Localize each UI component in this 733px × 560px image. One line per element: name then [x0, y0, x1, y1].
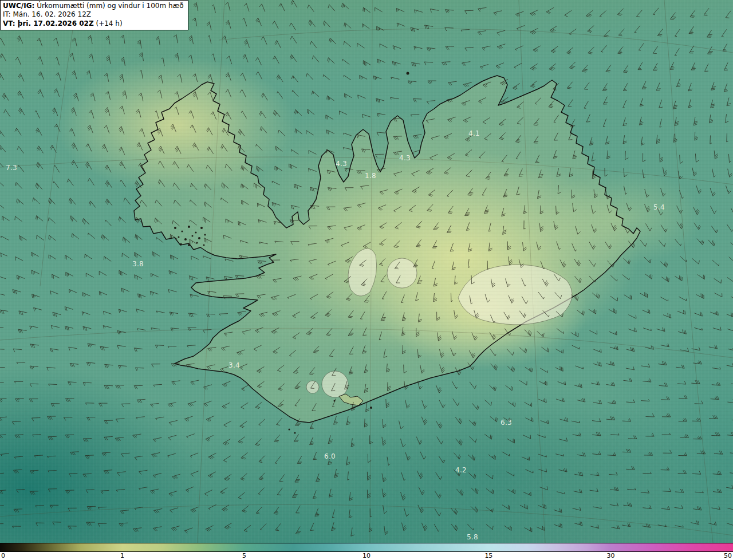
colorbar-tick-50: 50	[724, 552, 732, 559]
title-line-valid: VT: þri. 17.02.2026 02Z (+14 h)	[3, 19, 184, 28]
map-overlay	[0, 0, 733, 543]
model-text: Úrkomumætti (mm) og vindur i 100m hæð	[37, 2, 184, 10]
colorbar: 01510153050	[0, 543, 733, 560]
precip-value-label: 3.8	[132, 260, 144, 268]
precip-value-label: 7.3	[6, 164, 17, 172]
weather-map: 7.34.14.34.31.85.43.83.46.36.04.25.8 UWC…	[0, 0, 733, 560]
colorbar-tick-5: 5	[242, 552, 246, 559]
precip-value-label: 6.3	[501, 419, 512, 427]
valid-label: VT: þri. 17.02.2026 02Z	[3, 19, 94, 27]
title-line-model: UWC/IG: Úrkomumætti (mm) og vindur i 100…	[3, 2, 184, 10]
colorbar-ticks: 01510153050	[0, 552, 733, 560]
model-label: UWC/IG:	[3, 2, 34, 10]
precip-value-label: 6.0	[324, 452, 336, 460]
precip-value-label: 1.8	[365, 172, 376, 180]
precip-value-label: 5.8	[467, 533, 478, 541]
colorbar-tick-30: 30	[607, 552, 615, 559]
precip-value-label: 4.1	[468, 129, 480, 137]
title-box: UWC/IG: Úrkomumætti (mm) og vindur i 100…	[0, 0, 188, 30]
precip-value-label: 3.4	[228, 361, 240, 369]
precip-value-label: 4.2	[455, 466, 467, 474]
colorbar-tick-1: 1	[120, 552, 124, 559]
valid-text: (+14 h)	[96, 19, 122, 27]
title-line-init: IT: Mán. 16. 02. 2026 12Z	[3, 10, 184, 19]
map-canvas: 7.34.14.34.31.85.43.83.46.36.04.25.8 UWC…	[0, 0, 733, 543]
init-label: IT:	[3, 10, 11, 18]
colorbar-tick-10: 10	[362, 552, 371, 559]
init-text: Mán. 16. 02. 2026 12Z	[13, 10, 91, 18]
precip-value-label: 5.4	[653, 203, 665, 211]
precip-value-label: 4.3	[336, 160, 347, 168]
colorbar-tick-15: 15	[484, 552, 492, 559]
colorbar-gradient	[0, 543, 733, 552]
precip-value-label: 4.3	[399, 154, 411, 162]
colorbar-tick-0: 0	[1, 552, 5, 559]
